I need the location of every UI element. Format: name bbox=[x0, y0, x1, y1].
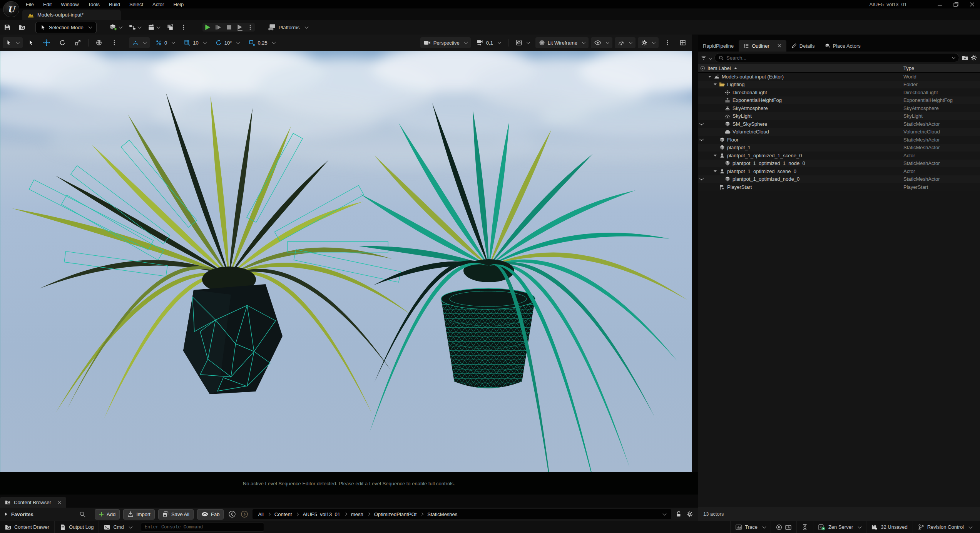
surface-snapping-dropdown[interactable] bbox=[129, 37, 150, 48]
play-button[interactable] bbox=[204, 24, 211, 31]
zen-server-dropdown[interactable]: Zen Server bbox=[813, 521, 866, 533]
transform-overflow-button[interactable] bbox=[108, 37, 121, 48]
performance-dropdown[interactable] bbox=[615, 37, 635, 48]
expander-icon[interactable] bbox=[714, 155, 719, 157]
expander-icon[interactable] bbox=[714, 83, 719, 85]
filter-icon[interactable] bbox=[701, 55, 706, 60]
viewport-3d[interactable] bbox=[0, 51, 692, 472]
add-folder-icon[interactable] bbox=[962, 55, 968, 61]
panel-tab[interactable]: Details bbox=[786, 40, 820, 52]
world-local-toggle[interactable] bbox=[92, 37, 105, 48]
outliner-row[interactable]: PlayerStart PlayerStart bbox=[698, 183, 980, 191]
outliner-row[interactable]: SkyLight SkyLight bbox=[698, 112, 980, 120]
maximize-viewport-button[interactable] bbox=[676, 37, 689, 48]
expander-icon[interactable] bbox=[719, 123, 724, 125]
fab-button[interactable]: Fab bbox=[197, 509, 224, 520]
cinematics-button[interactable] bbox=[145, 24, 162, 31]
restore-button[interactable] bbox=[948, 0, 964, 8]
breadcrumb-item[interactable]: All bbox=[258, 511, 263, 517]
type-column[interactable]: Type bbox=[903, 65, 914, 71]
camera-speed-dropdown[interactable]: 0,1 bbox=[473, 37, 504, 48]
rotation-snap-dropdown[interactable]: 10° bbox=[212, 37, 243, 48]
search-icon[interactable] bbox=[79, 511, 85, 517]
import-button[interactable]: Import bbox=[123, 509, 155, 520]
menu-item[interactable]: Edit bbox=[39, 0, 56, 8]
menu-item[interactable]: Build bbox=[105, 0, 124, 8]
cmd-dropdown[interactable]: Cmd bbox=[99, 521, 137, 533]
save-button[interactable] bbox=[0, 24, 15, 31]
scale-tool-button[interactable] bbox=[71, 37, 84, 48]
viewport-overflow-button[interactable] bbox=[661, 37, 674, 48]
path-dropdown-chevron-icon[interactable] bbox=[663, 512, 667, 516]
expander-icon[interactable] bbox=[708, 76, 714, 78]
content-browser-tab[interactable]: Content Browser bbox=[0, 497, 66, 508]
add-actor-button[interactable] bbox=[107, 23, 125, 31]
expander-icon[interactable] bbox=[714, 186, 719, 188]
viewport-tool-dropdown[interactable] bbox=[3, 37, 23, 48]
grid-snap-dropdown[interactable]: 10 bbox=[181, 37, 209, 48]
outliner-row[interactable]: plantpot_1_optimized_1_scene_0 Actor bbox=[698, 152, 980, 160]
content-browser-button[interactable] bbox=[15, 24, 29, 31]
blueprints-button[interactable] bbox=[126, 24, 144, 31]
expander-icon[interactable] bbox=[714, 170, 719, 172]
expander-icon[interactable] bbox=[719, 178, 724, 180]
add-button[interactable]: Add bbox=[95, 509, 120, 520]
breadcrumb-item[interactable]: mesh bbox=[351, 511, 363, 517]
menu-item[interactable]: Help bbox=[169, 0, 188, 8]
outliner-row[interactable]: Floor StaticMeshActor bbox=[698, 136, 980, 144]
outliner-row[interactable]: Lighting Folder bbox=[698, 81, 980, 89]
play-options-kebab-icon[interactable] bbox=[247, 24, 253, 30]
expander-icon[interactable] bbox=[719, 131, 724, 133]
panel-tab[interactable]: RapidPipeline bbox=[698, 40, 739, 52]
outliner-row[interactable]: VolumetricCloud VolumetricCloud bbox=[698, 128, 980, 136]
breadcrumb-item[interactable]: AIUE5_vol13_01 bbox=[303, 511, 340, 517]
actor-snap-dropdown[interactable]: 0 bbox=[152, 37, 178, 48]
breadcrumb-item[interactable]: Content bbox=[274, 511, 292, 517]
outliner-row[interactable]: DirectionalLight DirectionalLight bbox=[698, 88, 980, 97]
menu-item[interactable]: Tools bbox=[84, 0, 104, 8]
insights-icon[interactable] bbox=[785, 524, 791, 530]
lock-icon[interactable] bbox=[676, 511, 682, 517]
view-options-dropdown[interactable] bbox=[512, 37, 533, 48]
select-tool-button[interactable] bbox=[25, 37, 37, 48]
minimize-button[interactable] bbox=[932, 0, 948, 8]
expander-icon[interactable] bbox=[714, 147, 719, 148]
outliner-row[interactable]: ExponentialHeightFog ExponentialHeightFo… bbox=[698, 97, 980, 105]
revision-control-dropdown[interactable]: Revision Control bbox=[913, 521, 977, 533]
expander-icon[interactable] bbox=[714, 139, 719, 141]
unsaved-button[interactable]: 32 Unsaved bbox=[866, 521, 912, 533]
scale-snap-dropdown[interactable]: 0,25 bbox=[245, 37, 278, 48]
close-tab-icon[interactable] bbox=[778, 44, 781, 48]
menu-item[interactable]: Select bbox=[125, 0, 147, 8]
chevron-down-icon[interactable] bbox=[709, 56, 712, 60]
content-settings-gear-icon[interactable] bbox=[687, 511, 693, 517]
skip-to-button[interactable] bbox=[215, 24, 222, 31]
outliner-row[interactable]: plantpot_1_optimized_1_node_0 StaticMesh… bbox=[698, 160, 980, 168]
view-mode-dropdown[interactable]: Lit Wireframe bbox=[535, 37, 589, 48]
outliner-row[interactable]: plantpot_1 StaticMeshActor bbox=[698, 144, 980, 152]
level-tab[interactable]: Models-output-input* bbox=[22, 10, 121, 20]
save-all-button[interactable]: Save All bbox=[158, 509, 194, 520]
close-tab-icon[interactable] bbox=[58, 501, 61, 504]
search-input[interactable]: Search... bbox=[714, 53, 959, 62]
platforms-dropdown[interactable]: Platforms bbox=[268, 23, 308, 31]
item-label-column[interactable]: Item Label bbox=[707, 65, 731, 71]
editor-modes-button[interactable] bbox=[164, 24, 176, 31]
forward-button[interactable] bbox=[240, 510, 248, 518]
outliner-settings-gear-icon[interactable] bbox=[971, 55, 977, 61]
output-log-button[interactable]: Output Log bbox=[55, 521, 99, 533]
move-tool-button[interactable] bbox=[40, 37, 54, 48]
rotate-tool-button[interactable] bbox=[56, 37, 69, 48]
visibility-column-icon[interactable] bbox=[700, 66, 705, 71]
favorites-expander[interactable]: Favorites bbox=[0, 511, 33, 517]
background-tasks-button[interactable] bbox=[796, 521, 813, 533]
chevron-down-icon[interactable] bbox=[952, 55, 956, 59]
expander-icon[interactable] bbox=[719, 162, 724, 164]
outliner-row[interactable]: plantpot_1_optimized_scene_0 Actor bbox=[698, 167, 980, 175]
pause-circle-icon[interactable] bbox=[776, 524, 782, 530]
expander-icon[interactable] bbox=[719, 99, 724, 101]
trace-dropdown[interactable]: Trace bbox=[730, 521, 771, 533]
breadcrumb-item[interactable]: StaticMeshes bbox=[427, 511, 457, 517]
outliner-column-header[interactable]: Item Label Type bbox=[698, 64, 980, 73]
outliner-row[interactable]: plantpot_1_optimized_node_0 StaticMeshAc… bbox=[698, 175, 980, 183]
